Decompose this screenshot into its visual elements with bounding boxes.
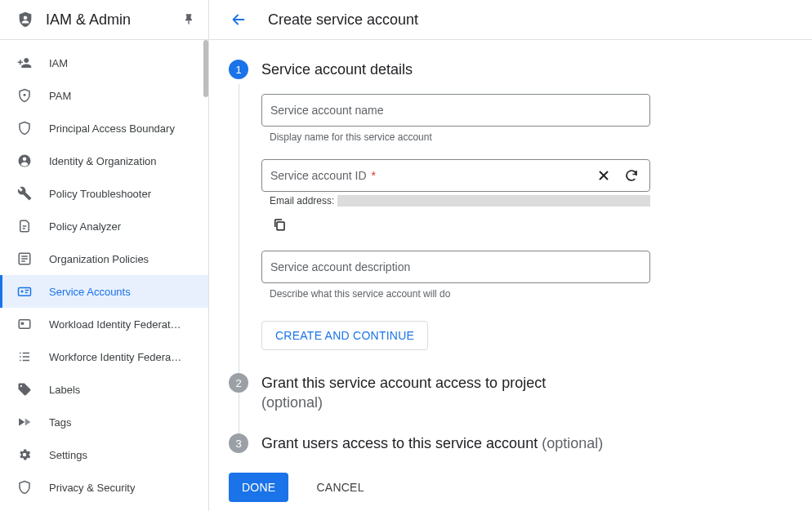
person-circle-icon [16, 153, 33, 169]
sidebar-item-label: IAM [49, 57, 68, 69]
sidebar-item-label: Settings [49, 449, 87, 461]
list-box-icon [16, 251, 33, 267]
service-account-description-hint: Describe what this service account will … [261, 288, 650, 300]
step-1-heading: Service account details [261, 60, 792, 79]
wrench-icon [16, 185, 33, 202]
svg-point-3 [23, 158, 27, 162]
create-and-continue-button[interactable]: Create and Continue [261, 321, 428, 350]
step-2-circle: 2 [229, 373, 248, 393]
svg-rect-9 [277, 222, 284, 230]
step-2-heading: Grant this service account access to pro… [261, 373, 792, 412]
page-title: Create service account [268, 11, 418, 29]
sidebar-item-label: Identity & Organization [49, 155, 157, 167]
service-account-description-input-wrap[interactable] [261, 251, 650, 283]
sidebar-item-policy-analyzer[interactable]: Policy Analyzer [0, 210, 208, 242]
step-2[interactable]: 2 Grant this service account access to p… [261, 373, 792, 412]
sidebar-item-workforce-identity-federation[interactable]: Workforce Identity Federa… [0, 340, 208, 373]
sidebar-item-label: Workforce Identity Federa… [49, 351, 181, 363]
svg-rect-5 [19, 288, 31, 296]
sidebar-nav: IAM PAM Principal Access Boundary Identi… [0, 40, 208, 511]
service-account-name-field: Display name for this service account [261, 94, 650, 143]
card-icon [16, 316, 33, 332]
doc-search-icon [16, 218, 33, 234]
sidebar-item-workload-identity-federation[interactable]: Workload Identity Federat… [0, 308, 208, 340]
email-address-value [337, 195, 650, 207]
service-account-name-input-wrap[interactable] [261, 94, 650, 127]
sidebar-item-label: Policy Analyzer [49, 220, 121, 233]
svg-point-1 [24, 94, 26, 96]
main-body: 1 Service account details Display name f… [209, 40, 812, 511]
stepper-connector [239, 84, 239, 453]
sidebar-item-identity-organization[interactable]: Identity & Organization [0, 144, 208, 177]
main-panel: Create service account 1 Service account… [209, 0, 812, 511]
step-1-circle: 1 [229, 60, 248, 79]
tag-icon [16, 381, 33, 398]
shield-dot-icon [16, 87, 33, 104]
sidebar-item-service-accounts[interactable]: Service Accounts [0, 275, 208, 308]
sidebar-item-labels[interactable]: Labels [0, 373, 208, 406]
sidebar-item-label: Policy Troubleshooter [49, 188, 151, 200]
sidebar-item-privacy-security[interactable]: Privacy & Security [0, 471, 208, 504]
service-account-description-field: Describe what this service account will … [261, 251, 650, 300]
sidebar-item-label: Labels [49, 384, 80, 396]
step-3-circle: 3 [229, 433, 248, 453]
main-header: Create service account [209, 0, 812, 40]
done-button[interactable]: Done [229, 473, 288, 502]
sidebar: IAM & Admin IAM PAM Principal Access Bou… [0, 0, 209, 511]
email-address-label: Email address: [270, 195, 334, 207]
sidebar-item-label: Principal Access Boundary [49, 122, 175, 135]
gear-icon [16, 447, 33, 463]
sidebar-item-iam[interactable]: IAM [0, 47, 208, 79]
badge-icon [16, 283, 33, 300]
stepper: 1 Service account details Display name f… [229, 60, 792, 453]
copy-icon[interactable] [270, 215, 289, 234]
sidebar-item-label: Workload Identity Federat… [49, 318, 181, 331]
svg-point-6 [21, 291, 24, 293]
service-account-id-input-wrap[interactable]: Service account ID * [261, 159, 650, 192]
refresh-icon[interactable] [622, 166, 641, 185]
service-account-name-hint: Display name for this service account [261, 131, 650, 143]
sidebar-item-settings[interactable]: Settings [0, 438, 208, 471]
list-icon [16, 349, 33, 365]
tag-arrow-icon [16, 414, 33, 430]
sidebar-item-tags[interactable]: Tags [0, 406, 208, 438]
sidebar-item-pam[interactable]: PAM [0, 79, 208, 112]
service-account-id-placeholder: Service account ID * [270, 169, 594, 182]
sidebar-title: IAM & Admin [46, 11, 167, 29]
shield-icon [16, 479, 33, 495]
pin-icon[interactable] [179, 10, 199, 29]
email-address-row: Email address: [261, 195, 650, 207]
sidebar-item-label: PAM [49, 90, 71, 102]
step-3-heading: Grant users access to this service accou… [261, 433, 792, 453]
service-account-id-field: Service account ID * Email address: [261, 159, 650, 234]
sidebar-item-label: Organization Policies [49, 253, 149, 265]
svg-rect-7 [19, 320, 30, 329]
cancel-button[interactable]: Cancel [303, 473, 377, 502]
iam-admin-icon [16, 11, 34, 29]
step-3[interactable]: 3 Grant users access to this service acc… [261, 433, 792, 453]
shield-outline-icon [16, 120, 33, 136]
service-account-description-input[interactable] [270, 260, 641, 273]
sidebar-item-label: Privacy & Security [49, 482, 135, 494]
sidebar-scrollbar[interactable] [203, 40, 208, 97]
footer-actions: Done Cancel [229, 468, 792, 511]
clear-icon[interactable] [594, 166, 613, 185]
sidebar-item-label: Service Accounts [49, 286, 131, 298]
svg-rect-8 [21, 322, 25, 325]
back-button[interactable] [229, 10, 248, 29]
sidebar-item-label: Tags [49, 416, 71, 429]
service-account-name-input[interactable] [270, 104, 641, 117]
step-1: 1 Service account details Display name f… [261, 60, 792, 350]
sidebar-item-organization-policies[interactable]: Organization Policies [0, 242, 208, 275]
sidebar-header: IAM & Admin [0, 0, 208, 40]
sidebar-item-policy-troubleshooter[interactable]: Policy Troubleshooter [0, 177, 208, 210]
person-add-icon [16, 55, 33, 71]
svg-point-0 [24, 16, 28, 20]
step-1-content: Display name for this service account Se… [261, 79, 792, 350]
sidebar-item-principal-access-boundary[interactable]: Principal Access Boundary [0, 112, 208, 144]
